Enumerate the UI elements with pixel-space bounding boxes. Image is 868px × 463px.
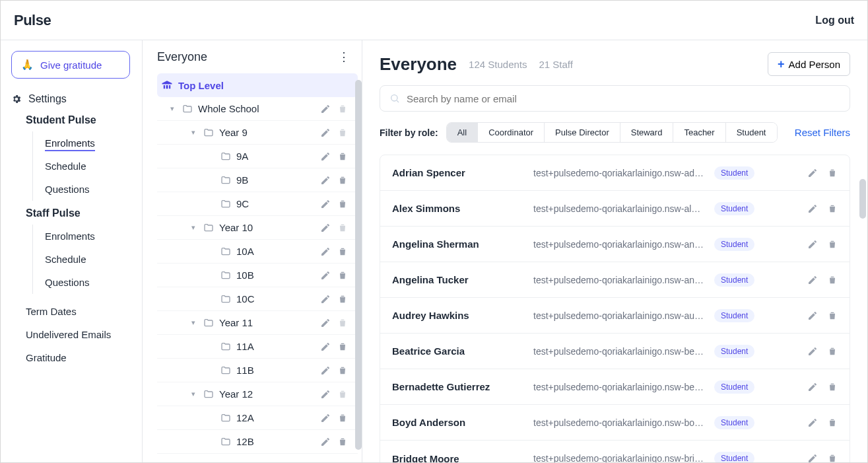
person-email: test+pulsedemo-qoriakarlainigo.nsw-ang..… [533,275,705,285]
edit-icon[interactable] [807,203,818,214]
tree-top-level[interactable]: Top Level [157,73,358,97]
delete-icon[interactable] [337,341,349,352]
person-row[interactable]: Beatrice Garciatest+pulsedemo-qoriakarla… [380,334,850,369]
tree-node-11a[interactable]: 11A [157,335,358,359]
give-gratitude-button[interactable]: 🙏 Give gratitude [11,51,130,79]
delete-icon[interactable] [827,382,838,392]
edit-icon[interactable] [807,239,818,250]
tree-node-9c[interactable]: 9C [157,192,358,216]
delete-icon[interactable] [827,275,838,285]
delete-icon[interactable] [337,175,349,186]
edit-icon[interactable] [807,346,818,357]
delete-icon[interactable] [827,203,838,214]
role-badge: Student [714,202,754,215]
delete-icon[interactable] [337,151,349,162]
edit-icon[interactable] [319,199,331,209]
tree-node-12a[interactable]: 12A [157,406,358,430]
edit-icon[interactable] [319,318,331,328]
tree-node-year-12[interactable]: ▾ Year 12 [157,382,358,406]
edit-icon[interactable] [807,382,818,392]
filter-coordinator[interactable]: Coordinator [478,123,545,142]
tree-node-10a[interactable]: 10A [157,240,358,264]
folder-icon [220,270,231,281]
edit-icon[interactable] [807,168,818,178]
delete-icon[interactable] [827,346,838,357]
delete-icon[interactable] [337,365,349,376]
filter-student[interactable]: Student [726,123,777,142]
tree-node-11b[interactable]: 11B [157,359,358,382]
edit-icon[interactable] [319,246,331,257]
edit-icon[interactable] [807,417,818,428]
filter-pulse-director[interactable]: Pulse Director [545,123,620,142]
edit-icon[interactable] [319,389,331,400]
tree-node-12b[interactable]: 12B [157,430,358,454]
edit-icon[interactable] [807,310,818,321]
delete-icon[interactable] [827,417,838,428]
sidebar-item-student-schedule[interactable]: Schedule [45,155,134,178]
edit-icon[interactable] [319,104,331,114]
delete-icon[interactable] [337,270,349,281]
sidebar-section-staff-pulse[interactable]: Staff Pulse [26,207,134,219]
filter-steward[interactable]: Steward [620,123,674,142]
delete-icon[interactable] [337,246,349,257]
delete-icon[interactable] [337,413,349,423]
edit-icon[interactable] [319,223,331,233]
logout-link[interactable]: Log out [815,15,854,26]
sidebar-item-student-questions[interactable]: Questions [45,178,134,201]
tree-node-9a[interactable]: 9A [157,145,358,168]
sidebar-item-term-dates[interactable]: Term Dates [26,306,134,317]
edit-icon[interactable] [807,453,818,462]
person-row[interactable]: Angelina Shermantest+pulsedemo-qoriakarl… [380,227,850,262]
delete-icon[interactable] [827,310,838,321]
delete-icon[interactable] [827,168,838,178]
person-name: Adrian Spencer [392,167,524,178]
main-scrollbar[interactable] [859,179,866,219]
staff-count: 21 Staff [539,59,572,70]
reset-filters-link[interactable]: Reset Filters [795,127,850,138]
sidebar-section-student-pulse[interactable]: Student Pulse [26,114,134,126]
sidebar-item-staff-enrolments[interactable]: Enrolments [45,225,134,248]
delete-icon[interactable] [827,453,838,462]
filter-teacher[interactable]: Teacher [673,123,725,142]
search-input[interactable] [407,93,840,104]
tree-node-9b[interactable]: 9B [157,168,358,192]
delete-icon[interactable] [337,199,349,209]
delete-icon[interactable] [827,239,838,250]
edit-icon[interactable] [319,270,331,281]
person-row[interactable]: Boyd Andersontest+pulsedemo-qoriakarlain… [380,405,850,441]
person-row[interactable]: Bridget Mooretest+pulsedemo-qoriakarlain… [380,441,850,462]
tree-scrollbar[interactable] [355,80,362,450]
edit-icon[interactable] [319,175,331,186]
filter-all[interactable]: All [447,123,478,142]
tree-node-year-10[interactable]: ▾ Year 10 [157,216,358,240]
edit-icon[interactable] [319,127,331,138]
edit-icon[interactable] [319,294,331,304]
sidebar-item-staff-questions[interactable]: Questions [45,271,134,294]
person-row[interactable]: Alex Simmonstest+pulsedemo-qoriakarlaini… [380,191,850,227]
person-row[interactable]: Audrey Hawkinstest+pulsedemo-qoriakarlai… [380,298,850,334]
sidebar-item-staff-schedule[interactable]: Schedule [45,248,134,271]
person-row[interactable]: Bernadette Gutierreztest+pulsedemo-qoria… [380,369,850,405]
sidebar-item-undelivered-emails[interactable]: Undelivered Emails [26,329,134,340]
person-row[interactable]: Adrian Spencertest+pulsedemo-qoriakarlai… [380,155,850,191]
delete-icon[interactable] [337,294,349,304]
sidebar-item-student-enrolments[interactable]: Enrolments [45,131,134,155]
sidebar-settings[interactable]: Settings [11,93,134,105]
delete-icon[interactable] [337,437,349,447]
edit-icon[interactable] [319,151,331,162]
add-person-button[interactable]: + Add Person [768,52,850,76]
tree-node-year-11[interactable]: ▾ Year 11 [157,311,358,335]
tree-node-whole-school[interactable]: ▾ Whole School [157,97,358,121]
person-row[interactable]: Angelina Tuckertest+pulsedemo-qoriakarla… [380,262,850,298]
edit-icon[interactable] [319,437,331,447]
edit-icon[interactable] [807,275,818,285]
tree-node-10b[interactable]: 10B [157,264,358,287]
sidebar-item-gratitude[interactable]: Gratitude [26,352,134,363]
edit-icon[interactable] [319,413,331,423]
tree-menu-icon[interactable]: ⋮ [338,50,349,64]
edit-icon[interactable] [319,365,331,376]
tree-node-year-9[interactable]: ▾ Year 9 [157,121,358,145]
edit-icon[interactable] [319,341,331,352]
tree-node-10c[interactable]: 10C [157,287,358,311]
search-box[interactable] [380,85,850,112]
